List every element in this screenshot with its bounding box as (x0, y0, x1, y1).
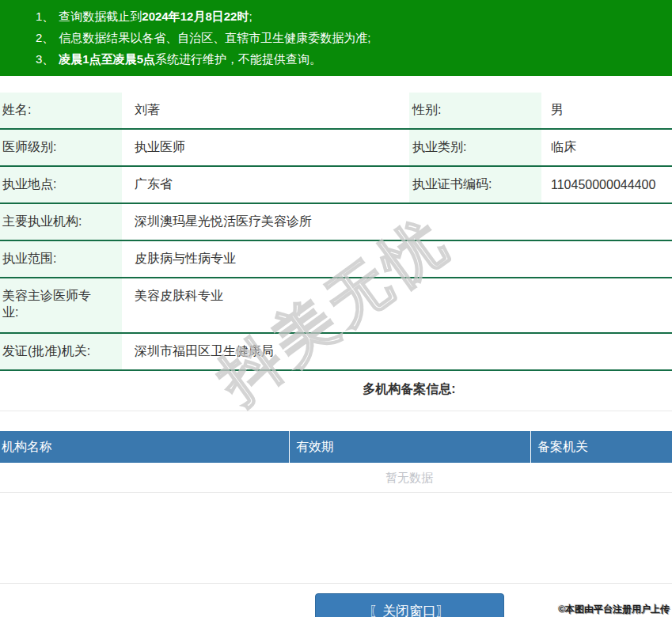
column-header-institution: 机构名称 (0, 431, 289, 463)
practitioner-info-table: 姓名: 刘著 性别: 男 医师级别: 执业医师 执业类别: 临床 执业地点: 广… (0, 93, 672, 371)
table-row: 发证(批准)机关: 深圳市福田区卫生健康局 (0, 334, 672, 371)
issuing-authority-value: 深圳市福田区卫生健康局 (122, 343, 672, 360)
notice-line-3: 3、凌晨1点至凌晨5点系统进行维护，不能提供查询。 (36, 48, 672, 70)
cosmetic-specialty-value: 美容皮肤科专业 (122, 278, 672, 305)
certificate-number-label: 执业证书编码: (409, 167, 541, 203)
notice-text-bold: 2024年12月8日22时 (142, 9, 249, 23)
notice-text: ; (249, 9, 252, 23)
notice-line-1: 1、查询数据截止到2024年12月8日22时; (36, 6, 672, 27)
table-row: 执业范围: 皮肤病与性病专业 (0, 241, 672, 278)
notice-line-2: 2、信息数据结果以各省、自治区、直辖市卫生健康委数据为准; (36, 27, 672, 48)
name-value: 刘著 (122, 102, 409, 119)
practice-category-value: 临床 (541, 139, 672, 156)
notice-text: 系统进行维护，不能提供查询。 (155, 52, 321, 66)
notice-text: 信息数据结果以各省、自治区、直辖市卫生健康委数据为准; (59, 31, 370, 44)
practice-category-label: 执业类别: (409, 130, 541, 165)
notice-number: 3、 (36, 52, 54, 66)
filing-section-title: 多机构备案信息: (0, 381, 672, 411)
table-row: 主要执业机构: 深圳澳玛星光悦活医疗美容诊所 (0, 204, 672, 241)
notice-number: 1、 (36, 9, 54, 23)
practice-location-value: 广东省 (122, 176, 409, 193)
gender-value: 男 (541, 102, 672, 119)
practice-scope-value: 皮肤病与性病专业 (122, 251, 672, 267)
table-row: 医师级别: 执业医师 执业类别: 临床 (0, 130, 672, 167)
notice-number: 2、 (36, 31, 54, 44)
column-header-authority: 备案机关 (530, 431, 672, 463)
empty-data-text: 暂无数据 (0, 463, 672, 493)
notice-text: 查询数据截止到 (59, 9, 142, 23)
notice-banner: 1、查询数据截止到2024年12月8日22时; 2、信息数据结果以各省、自治区、… (0, 0, 672, 76)
table-row: 姓名: 刘著 性别: 男 (0, 93, 672, 130)
gender-label: 性别: (409, 93, 541, 128)
doctor-level-value: 执业医师 (122, 139, 409, 156)
issuing-authority-label: 发证(批准)机关: (0, 334, 122, 369)
cosmetic-specialty-label: 美容主诊医师专业: (0, 278, 122, 332)
table-row: 执业地点: 广东省 执业证书编码: 110450000044400 (0, 167, 672, 204)
name-label: 姓名: (0, 93, 122, 128)
main-organization-label: 主要执业机构: (0, 204, 122, 240)
main-organization-value: 深圳澳玛星光悦活医疗美容诊所 (122, 214, 672, 230)
certificate-number-value: 110450000044400 (541, 178, 672, 192)
footer-divider (0, 583, 672, 584)
notice-text-bold: 凌晨1点至凌晨5点 (59, 52, 155, 66)
filing-table-header: 机构名称 有效期 备案机关 (0, 431, 672, 463)
query-result-page: 1、查询数据截止到2024年12月8日22时; 2、信息数据结果以各省、自治区、… (0, 0, 672, 617)
practice-scope-label: 执业范围: (0, 241, 122, 277)
column-header-validity: 有效期 (289, 431, 530, 463)
copyright-watermark: ©本图由平台注册用户上传 (558, 603, 670, 616)
table-row: 美容主诊医师专业: 美容皮肤科专业 (0, 278, 672, 334)
practice-location-label: 执业地点: (0, 167, 122, 203)
doctor-level-label: 医师级别: (0, 130, 122, 165)
close-window-button[interactable]: 〖关闭窗口〗 (315, 593, 504, 617)
